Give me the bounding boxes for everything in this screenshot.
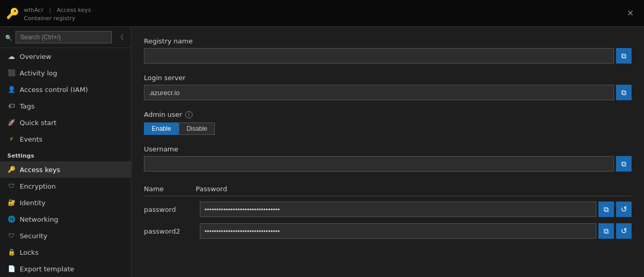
copy-icon	[621, 160, 626, 168]
username-copy-button[interactable]	[616, 156, 632, 172]
username-input[interactable]	[144, 156, 614, 172]
iam-icon	[7, 85, 16, 94]
sidebar-item-label: Locks	[20, 249, 38, 256]
search-bar: 《	[0, 27, 131, 48]
registry-name-input[interactable]	[144, 48, 614, 64]
username-label: Username	[144, 145, 632, 153]
col-password-header: Password	[196, 185, 632, 193]
sidebar-item-access-keys[interactable]: Access keys	[0, 161, 131, 178]
sidebar-item-label: Overview	[20, 53, 51, 60]
sidebar-item-locks[interactable]: Locks	[0, 244, 131, 260]
encryption-icon	[7, 182, 16, 190]
content-area: Registry name Login server Admin user	[131, 27, 644, 277]
password-row-name: password	[144, 206, 196, 213]
registry-name-copy-button[interactable]	[616, 48, 632, 64]
registry-name-group: Registry name	[144, 37, 632, 64]
collapse-button[interactable]: 《	[115, 32, 126, 43]
sidebar-item-label: Identity	[20, 199, 46, 207]
admin-user-label: Admin user i	[144, 111, 632, 118]
sidebar-item-label: Activity log	[20, 69, 57, 77]
export-icon	[7, 265, 16, 273]
sidebar-item-encryption[interactable]: Encryption	[0, 178, 131, 194]
login-server-label: Login server	[144, 74, 632, 82]
col-name-header: Name	[144, 185, 196, 193]
sidebar-item-export-template[interactable]: Export template	[0, 260, 131, 277]
password-copy-button-2[interactable]	[598, 223, 614, 239]
locks-icon	[7, 248, 16, 256]
events-icon	[7, 135, 16, 143]
disable-button[interactable]: Disable	[179, 122, 215, 135]
security-icon	[7, 232, 16, 240]
close-button[interactable]: ✕	[623, 6, 638, 20]
password-table: Name Password password password2	[144, 182, 632, 242]
page-title: wthAcr | Access keys	[24, 5, 91, 14]
password-refresh-button-2[interactable]	[616, 223, 632, 239]
copy-icon	[604, 227, 609, 236]
password-row-field	[200, 223, 632, 239]
copy-icon	[604, 205, 609, 214]
search-icon	[5, 34, 12, 41]
sidebar-item-quick-start[interactable]: Quick start	[0, 114, 131, 131]
settings-section-header: Settings	[0, 147, 131, 161]
login-server-row	[144, 85, 632, 100]
networking-icon	[7, 215, 16, 223]
accesskeys-icon	[7, 165, 16, 174]
admin-toggle-group: Enable Disable	[144, 122, 632, 135]
sidebar-item-label: Export template	[20, 265, 74, 273]
sidebar-item-networking[interactable]: Networking	[0, 211, 131, 227]
main-layout: 《 Overview Activity log Access control (…	[0, 27, 644, 277]
sidebar-item-label: Networking	[20, 216, 58, 223]
username-group: Username	[144, 145, 632, 172]
copy-icon	[621, 52, 626, 60]
admin-user-section: Admin user i Enable Disable	[144, 111, 632, 135]
sidebar-item-activity-log[interactable]: Activity log	[0, 65, 131, 81]
refresh-icon	[621, 205, 627, 214]
page-subtitle: Container registry	[24, 15, 75, 22]
title-bar-left: 🔑 wthAcr | Access keys Container registr…	[6, 5, 91, 22]
login-server-group: Login server	[144, 74, 632, 100]
password-table-header: Name Password	[144, 182, 632, 196]
copy-icon	[621, 88, 626, 97]
enable-button[interactable]: Enable	[144, 122, 179, 135]
tags-icon	[7, 102, 16, 110]
table-row: password2	[144, 220, 632, 242]
sidebar-item-label: Security	[20, 232, 47, 240]
sidebar: 《 Overview Activity log Access control (…	[0, 27, 131, 277]
refresh-icon	[621, 226, 627, 236]
username-row	[144, 156, 632, 172]
info-icon[interactable]: i	[185, 111, 193, 118]
password-copy-button-1[interactable]	[598, 202, 614, 217]
overview-icon	[7, 52, 16, 60]
title-bar: 🔑 wthAcr | Access keys Container registr…	[0, 0, 644, 27]
sidebar-item-access-control[interactable]: Access control (IAM)	[0, 81, 131, 98]
login-server-input[interactable]	[144, 85, 614, 100]
identity-icon	[7, 198, 16, 207]
sidebar-item-tags[interactable]: Tags	[0, 98, 131, 114]
activity-icon	[7, 69, 16, 77]
registry-name-label: Registry name	[144, 37, 632, 45]
password-refresh-button-1[interactable]	[616, 202, 632, 217]
login-server-copy-button[interactable]	[616, 85, 632, 100]
app-icon: 🔑	[6, 7, 19, 20]
sidebar-item-label: Tags	[20, 102, 35, 110]
password-row-name: password2	[144, 227, 196, 235]
sidebar-item-label: Events	[20, 135, 42, 143]
password-input-1[interactable]	[200, 202, 596, 217]
sidebar-item-overview[interactable]: Overview	[0, 48, 131, 65]
search-input[interactable]	[16, 31, 112, 43]
table-row: password	[144, 198, 632, 220]
sidebar-item-security[interactable]: Security	[0, 227, 131, 244]
sidebar-item-label: Access keys	[20, 166, 60, 174]
sidebar-item-events[interactable]: Events	[0, 131, 131, 147]
sidebar-item-label: Quick start	[20, 119, 56, 127]
title-text: wthAcr | Access keys Container registry	[24, 5, 91, 22]
password-input-2[interactable]	[200, 223, 596, 239]
sidebar-item-identity[interactable]: Identity	[0, 194, 131, 211]
sidebar-item-label: Encryption	[20, 182, 56, 190]
quickstart-icon	[7, 118, 16, 127]
password-row-field	[200, 202, 632, 217]
sidebar-item-label: Access control (IAM)	[20, 86, 88, 94]
registry-name-row	[144, 48, 632, 64]
